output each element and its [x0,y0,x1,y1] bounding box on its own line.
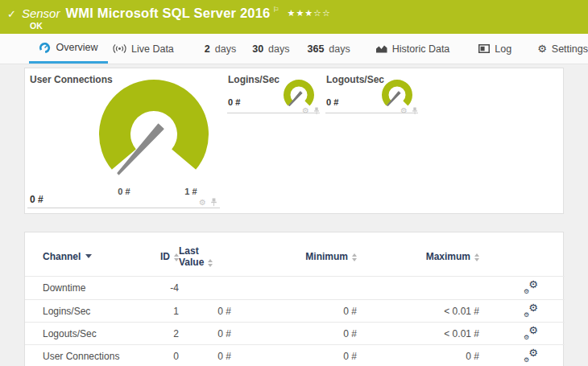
tab-log[interactable]: Log [478,34,511,64]
gauge-title-logouts: Logouts/Sec [326,74,384,85]
gauge-value-logouts: 0 # [326,97,338,107]
chart-icon [376,44,387,53]
column-header-maximum[interactable]: Maximum [357,251,479,262]
channel-gear-icon[interactable]: ⚙ [400,107,408,115]
sort-desc-icon [85,254,92,258]
tab-365-days-unit: days [329,43,350,55]
tab-live-data-label: Live Data [131,43,174,55]
column-header-last-value[interactable]: Last Value [179,245,231,268]
channel-id: 1 [147,300,179,323]
channel-last-value [179,277,231,299]
table-header-row: Channel ID Last Value Minimum Maximum [25,245,565,268]
column-header-id[interactable]: ID [147,251,179,262]
channel-table-panel: Channel ID Last Value Minimum Maximum Do… [24,232,564,366]
table-row: Downtime -4 ⚙⚙ [25,277,565,299]
tab-30-days-unit: days [268,43,289,55]
channel-maximum: 0 # [357,345,479,366]
channel-id: 2 [147,323,179,345]
pin-icon[interactable] [412,104,418,118]
object-kind-label: Sensor [22,6,60,20]
sort-icon [208,259,213,270]
channel-id: 0 [147,345,179,366]
log-icon [478,44,490,53]
tab-bar: Overview Live Data 2 days 30 days 365 da… [0,34,588,64]
gear-icon: ⚙ [537,43,547,55]
channel-last-value: 0 # [179,300,231,323]
sensor-header: ✓ Sensor WMI Microsoft SQL Server 2016 ⚐… [0,0,588,34]
stars-empty: ☆☆ [313,8,331,18]
tab-historic-data[interactable]: Historic Data [376,34,450,64]
table-row: Logouts/Sec 2 0 # 0 # < 0.01 # ⚙⚙ [25,323,565,345]
tab-historic-data-label: Historic Data [392,43,450,55]
edit-channel-gears-icon[interactable]: ⚙⚙ [524,350,538,363]
channel-name: User Connections [43,345,147,366]
edit-channel-gears-icon[interactable]: ⚙⚙ [524,327,538,340]
edit-channel-gears-icon[interactable]: ⚙⚙ [524,305,538,318]
tab-overview[interactable]: Overview [29,34,108,64]
sort-icon [474,253,479,261]
channel-gear-icon[interactable]: ⚙ [302,107,309,115]
gauge-title-logins: Logins/Sec [228,74,280,85]
channel-maximum: < 0.01 # [357,323,479,345]
status-ok-check-icon: ✓ [7,8,16,20]
channel-id: -4 [147,277,179,299]
gauge-icon [39,42,51,54]
channel-last-value: 0 # [179,323,231,345]
channel-name: Logins/Sec [43,300,147,323]
edit-channel-gears-icon[interactable]: ⚙⚙ [524,282,538,294]
tab-settings[interactable]: ⚙ Settings [537,34,588,64]
flag-icon[interactable]: ⚐ [272,6,279,14]
pin-icon[interactable] [313,104,320,118]
gauges-panel: User Connections 0 # 1 # 0 # ⚙ Logins/Se… [24,68,564,214]
tab-2-days-unit: days [215,43,236,55]
tab-overview-label: Overview [56,42,97,53]
status-badge: OK [30,21,43,31]
stars-filled: ★★★ [288,8,314,18]
gauge-value-user-connections: 0 # [30,194,43,205]
table-row: Logins/Sec 1 0 # 0 # < 0.01 # ⚙⚙ [25,300,565,323]
tab-2-days[interactable]: 2 days [205,34,236,64]
channel-minimum: 0 # [231,345,357,366]
channel-maximum: < 0.01 # [357,300,479,323]
gauge-value-logins: 0 # [228,97,240,107]
sort-icon [174,253,179,261]
tab-settings-label: Settings [552,43,588,55]
channel-minimum [231,277,357,299]
tab-30-days-number: 30 [252,43,263,55]
user-connections-gauge [89,75,218,195]
channel-name: Logouts/Sec [43,323,147,345]
tab-30-days[interactable]: 30 days [252,34,289,64]
page-title: WMI Microsoft SQL Server 2016 [65,6,270,21]
channel-maximum [357,277,479,299]
column-header-minimum[interactable]: Minimum [231,251,357,262]
column-header-channel[interactable]: Channel [43,251,147,262]
channel-name: Downtime [43,277,147,299]
gauge-scale-min: 0 # [112,187,136,196]
tab-log-label: Log [495,43,511,55]
channel-minimum: 0 # [231,323,357,345]
channel-gear-icon[interactable]: ⚙ [199,199,206,207]
live-data-icon [113,43,126,54]
channel-last-value: 0 # [179,345,231,366]
sort-icon [352,253,357,261]
tab-2-days-number: 2 [205,43,210,55]
tab-365-days-number: 365 [308,43,325,55]
channel-minimum: 0 # [231,300,357,323]
table-row: User Connections 0 0 # 0 # 0 # ⚙⚙ [25,345,565,366]
tab-live-data[interactable]: Live Data [113,34,174,64]
tab-365-days[interactable]: 365 days [308,34,350,64]
priority-stars[interactable]: ★★★☆☆ [288,8,331,19]
